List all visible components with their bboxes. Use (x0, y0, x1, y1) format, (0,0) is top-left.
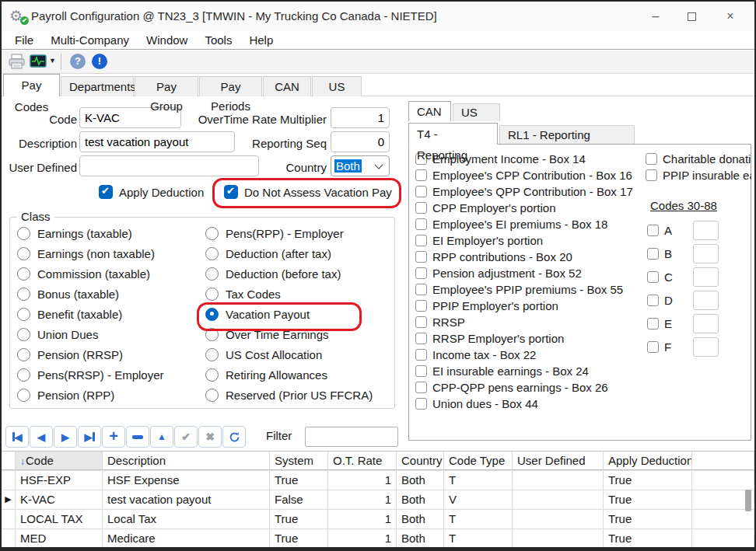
tab-departments[interactable]: Departments (61, 76, 134, 96)
grid-row-med[interactable]: MEDMedicareTrue1BothTTrue (2, 529, 754, 549)
nav-post-button[interactable]: ✔ (174, 426, 198, 448)
t4-checkbox-item[interactable]: Pension adjustment - Box 52 (415, 265, 644, 281)
class-radio-pens-rpp-employer[interactable]: Pens(RPP) - Employer (205, 225, 344, 242)
filter-input[interactable] (305, 427, 398, 447)
grid-column-header-country[interactable]: Country (397, 452, 444, 470)
grid-column-header-code[interactable]: ↓Code (16, 452, 103, 470)
code-e-input[interactable] (693, 314, 719, 333)
t4-checkbox-item[interactable]: Employee's QPP Contribution - Box 17 (415, 183, 644, 200)
t4-checkbox-item[interactable]: RRSP Employer's portion (415, 330, 644, 347)
apply-deduction-checkbox[interactable]: Apply Deduction (99, 185, 204, 199)
grid-row-k-vac[interactable]: ▶K-VACtest vacation payoutFalse1BothVTru… (2, 490, 754, 510)
maximize-button[interactable] (674, 2, 709, 31)
t4-checkbox-item[interactable]: RPP contributions - Box 20 (415, 249, 644, 265)
extra-checkbox-item[interactable]: Charitable donation (646, 151, 751, 167)
reporting-seq-input[interactable] (331, 131, 390, 152)
t4-checkbox-item[interactable]: Union dues - Box 44 (415, 396, 644, 412)
menu-item-tools[interactable]: Tools (196, 31, 240, 49)
grid-column-header-user-defined[interactable]: User Defined (513, 452, 604, 470)
nav-insert-button[interactable]: + (102, 426, 125, 448)
t4-checkbox-item[interactable]: Employee's CPP Contribution - Box 16 (415, 167, 644, 183)
t4-checkbox-item[interactable]: PPIP Employer's portion (415, 298, 644, 314)
tab-us-right[interactable]: US (453, 103, 500, 121)
class-radio-earnings-taxable[interactable]: Earnings (taxable) (17, 225, 132, 242)
nav-last-button[interactable]: ▶ (78, 426, 101, 448)
grid-column-header-apply-deduction[interactable]: Apply Deduction (604, 452, 692, 470)
tab-pay-periods[interactable]: Pay Periods (199, 76, 262, 96)
grid-column-header-description[interactable]: Description (103, 452, 270, 470)
about-icon[interactable]: ! (92, 54, 107, 69)
class-radio-tax-codes[interactable]: Tax Codes (205, 285, 281, 302)
tab-pay-group[interactable]: Pay Group (135, 76, 198, 96)
nav-prior-button[interactable]: ◀ (30, 426, 53, 448)
report-monitor-icon[interactable] (30, 54, 47, 72)
help-icon[interactable]: ? (70, 54, 86, 69)
tab-pay-codes[interactable]: Pay Codes (3, 74, 60, 96)
nav-refresh-button[interactable] (222, 426, 246, 448)
tab-us[interactable]: US (312, 76, 362, 96)
class-radio-pens-rrsp-employer[interactable]: Pens(RRSP) - Employer (17, 366, 164, 383)
t4-checkbox-item[interactable]: Income tax - Box 22 (415, 347, 644, 363)
class-radio-commission-taxable[interactable]: Commission (taxable) (17, 265, 150, 282)
country-select[interactable]: Both (331, 155, 390, 176)
class-radio-bonus-taxable[interactable]: Bonus (taxable) (17, 285, 119, 302)
menu-item-help[interactable]: Help (240, 31, 282, 49)
nav-delete-button[interactable] (126, 426, 149, 448)
class-radio-benefit-taxable[interactable]: Benefit (taxable) (17, 305, 122, 323)
class-radio-earnings-non-taxable[interactable]: Earnings (non taxable) (17, 245, 155, 262)
radio-icon (17, 288, 30, 301)
code-a-input[interactable] (693, 221, 719, 240)
t4-checkbox-item[interactable]: RRSP (415, 314, 644, 330)
code-b-checkbox[interactable]: B (647, 244, 672, 263)
menu-item-window[interactable]: Window (138, 31, 196, 49)
grid-column-header-o-t-rate[interactable]: O.T. Rate (328, 452, 397, 470)
overtime-rate-multiplier-input[interactable] (331, 107, 390, 128)
class-radio-pension-rrsp[interactable]: Pension (RRSP) (17, 346, 123, 363)
grid-column-header-system[interactable]: System (270, 452, 328, 470)
class-radio-over-time-earnings[interactable]: Over Time Earnings (205, 326, 329, 343)
grid-row-hsf-exp[interactable]: HSF-EXPHSF ExpenseTrue1BothTTrue (2, 471, 754, 490)
t4-checkbox-item[interactable]: EI Employer's portion (415, 232, 644, 249)
code-b-input[interactable] (693, 244, 719, 263)
toolbar-dropdown-arrow-icon[interactable]: ▼ (49, 57, 56, 65)
class-radio-retiring-allowances[interactable]: Retiring Allowances (205, 366, 327, 383)
t4-checkbox-item[interactable]: Employee's PPIP premiums - Box 55 (415, 281, 644, 298)
code-d-checkbox[interactable]: D (647, 291, 673, 310)
class-radio-us-cost-allocation[interactable]: US Cost Allocation (205, 346, 322, 363)
nav-cancel-button[interactable]: ✖ (198, 426, 222, 448)
code-c-checkbox[interactable]: C (647, 267, 673, 287)
tab-can[interactable]: CAN (263, 76, 311, 96)
code-d-input[interactable] (693, 291, 719, 310)
grid-scrollbar-thumb[interactable] (745, 490, 751, 511)
tab-can-right[interactable]: CAN (408, 101, 451, 121)
close-button[interactable]: × (712, 2, 748, 31)
do-not-assess-vacation-pay-checkbox[interactable]: Do Not Assess Vacation Pay (224, 185, 392, 199)
nav-first-button[interactable]: ◀ (5, 426, 29, 448)
tab-rl1-reporting-quebec[interactable]: RL1 - Reporting (Quebec) (499, 125, 635, 145)
t4-checkbox-item[interactable]: CPP-QPP pens earnings - Box 26 (415, 379, 644, 396)
code-f-input[interactable] (693, 337, 719, 357)
tab-t4-reporting[interactable]: T4 - Reporting (408, 123, 498, 145)
t4-checkbox-item[interactable]: CPP Employer's portion (415, 200, 644, 216)
minimize-button[interactable]: – (638, 2, 674, 31)
extra-checkbox-item[interactable]: PPIP insurable earni (646, 167, 751, 183)
class-radio-reserved-prior-us-ffcra[interactable]: Reserved (Prior US FFCRA) (205, 386, 373, 403)
grid-column-header-code-type[interactable]: Code Type (444, 452, 513, 470)
printer-icon[interactable] (8, 54, 26, 73)
grid-row-local-tax[interactable]: LOCAL TAXLocal TaxTrue1BothTTrue (2, 510, 754, 529)
nav-next-button[interactable]: ▶ (54, 426, 77, 448)
menu-item-file[interactable]: File (6, 31, 42, 49)
class-radio-vacation-payout[interactable]: Vacation Payout (205, 305, 310, 323)
class-radio-deduction-before-tax[interactable]: Deduction (before tax) (205, 265, 341, 282)
class-radio-pension-rpp[interactable]: Pension (RPP) (17, 386, 114, 403)
class-radio-deduction-after-tax[interactable]: Deduction (after tax) (205, 245, 331, 262)
class-radio-union-dues[interactable]: Union Dues (17, 326, 98, 343)
menu-item-multi-company[interactable]: Multi-Company (42, 31, 138, 49)
t4-checkbox-item[interactable]: Employee's EI premiums - Box 18 (415, 216, 644, 232)
code-f-checkbox[interactable]: F (647, 337, 671, 357)
code-a-checkbox[interactable]: A (647, 221, 672, 240)
t4-checkbox-item[interactable]: EI insurable earnings - Box 24 (415, 363, 644, 379)
code-e-checkbox[interactable]: E (647, 314, 672, 333)
nav-edit-button[interactable]: ▲ (150, 426, 173, 448)
code-c-input[interactable] (693, 267, 719, 287)
